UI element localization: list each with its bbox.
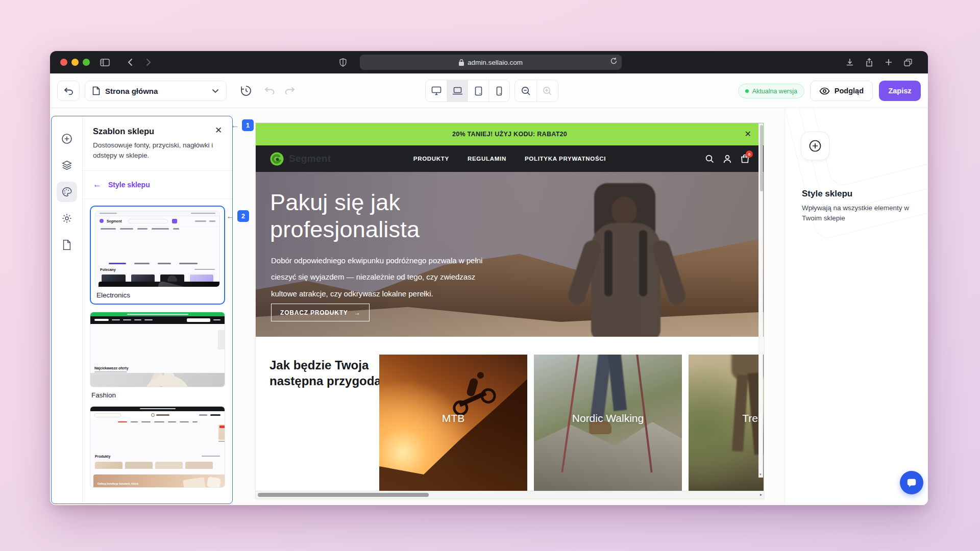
placeholder-line (137, 228, 148, 230)
share-icon[interactable] (864, 57, 875, 68)
tool-rail (52, 116, 83, 504)
preview-button[interactable]: Podgląd (810, 81, 873, 101)
left-settings-panel: Szablon sklepu Dostosowuje fonty, przyci… (51, 116, 233, 504)
store-account-icon[interactable] (723, 155, 731, 163)
reload-icon[interactable] (610, 57, 617, 65)
back-arrow-icon: ← (93, 180, 102, 190)
new-tab-icon[interactable] (883, 57, 894, 68)
save-button[interactable]: Zapisz (879, 81, 921, 101)
store-cart-button[interactable]: 0 (741, 154, 749, 163)
sidebar-toggle-icon[interactable] (99, 57, 110, 68)
placeholder-line (131, 421, 138, 423)
chat-bubble-icon (906, 477, 917, 488)
address-bar[interactable]: admin.sellaio.com (360, 55, 622, 70)
placeholder-line (210, 414, 220, 416)
close-window-button[interactable] (60, 59, 67, 66)
marker-2-badge[interactable]: 2 (237, 210, 249, 222)
placeholder-line (158, 263, 171, 264)
undo-icon[interactable] (263, 85, 276, 97)
store-menu-item-products[interactable]: PRODUKTY (413, 156, 449, 162)
downloads-icon[interactable] (844, 57, 855, 68)
template-card-jewelry[interactable]: Odkryj kolekcję biżuterii, która podkreś… (90, 406, 225, 488)
layers-icon[interactable] (57, 155, 77, 176)
forward-navigation-icon[interactable] (143, 57, 154, 68)
mini-product-card (218, 330, 225, 349)
mini-product-card (218, 424, 225, 442)
adventure-section: Jak będzie Twoja następna przygoda? MTB (256, 337, 764, 499)
add-style-button[interactable] (801, 132, 829, 160)
pages-document-icon[interactable] (57, 235, 77, 255)
section-marker-2: ← 2 (226, 210, 249, 222)
mini-search-button (172, 219, 177, 223)
placeholder-line (134, 319, 141, 321)
styles-palette-icon[interactable] (57, 182, 77, 202)
marker-1-badge[interactable]: 1 (242, 119, 254, 131)
zoom-window-button[interactable] (83, 59, 90, 66)
zoom-in-button[interactable] (536, 80, 558, 102)
preview-horizontal-scrollbar[interactable]: ▸ (256, 491, 764, 498)
mini-hero-banner: Tylko w ten weekend rabat na smartfony. … (99, 282, 220, 287)
page-selector-label: Strona główna (105, 87, 207, 95)
mini-product-card (155, 462, 183, 469)
styles-back-link[interactable]: ← Style sklepu (83, 171, 232, 199)
template-list: Segment (83, 199, 232, 504)
adventure-card-nordic-walking[interactable]: Nordic Walking (534, 355, 682, 491)
placeholder-line (209, 220, 215, 222)
scrollbar-thumb[interactable] (258, 493, 429, 497)
adventure-card-trekking[interactable]: Trekking (689, 355, 764, 491)
placeholder-line (199, 414, 207, 416)
template-thumbnail-jewelry: Odkryj kolekcję biżuterii, która podkreś… (90, 406, 225, 488)
placeholder-line (144, 319, 153, 321)
hero-cta-button[interactable]: ZOBACZ PRODUKTY → (271, 304, 370, 321)
version-history-icon[interactable] (240, 85, 252, 97)
close-panel-icon[interactable]: ✕ (213, 124, 224, 136)
plus-circle-icon (808, 139, 822, 153)
editor-content-area: Szablon sklepu Dostosowuje fonty, przyci… (50, 108, 928, 505)
eye-icon (819, 87, 830, 95)
template-label: Fashion (90, 391, 225, 399)
back-navigation-icon[interactable] (125, 57, 136, 68)
store-menu-item-terms[interactable]: REGULAMIN (468, 156, 506, 162)
chat-widget-button[interactable] (900, 471, 923, 494)
mini-jewelry-case (206, 476, 221, 487)
mini-phone-image (156, 282, 194, 287)
device-laptop-button[interactable] (447, 80, 468, 102)
scrollbar-down-arrow[interactable]: ▾ (760, 472, 762, 477)
placeholder-line (191, 213, 215, 214)
mini-search-input (187, 318, 210, 322)
placeholder-line (109, 263, 126, 264)
device-desktop-button[interactable] (426, 80, 447, 102)
placeholder-line (195, 220, 206, 222)
add-section-icon[interactable] (57, 129, 77, 149)
right-panel-title: Style sklepu (802, 189, 852, 199)
store-logo[interactable]: Segment (270, 152, 331, 166)
placeholder-line (140, 408, 176, 409)
store-search-icon[interactable] (705, 155, 714, 163)
device-mobile-button[interactable] (488, 80, 509, 102)
minimize-window-button[interactable] (71, 59, 79, 66)
exit-editor-button[interactable] (57, 81, 80, 101)
placeholder-line (154, 421, 164, 423)
mini-hero-text: Odkryj kolekcję biżuterii, która podkreś… (97, 482, 144, 488)
redo-icon[interactable] (284, 85, 296, 97)
preview-vertical-scrollbar[interactable]: ▾ (758, 123, 763, 478)
device-tablet-button[interactable] (468, 80, 488, 102)
page-selector-dropdown[interactable]: Strona główna (85, 81, 227, 101)
right-panel-description: Wpływają na wszystkie elementy w Twoim s… (802, 203, 923, 224)
template-card-fashion[interactable]: WIOSNA24 Najciekawsze oferty (90, 312, 225, 399)
placeholder-line (194, 269, 215, 270)
store-menu-item-privacy[interactable]: POLITYKA PRYWATNOŚCI (525, 156, 606, 162)
back-link-label: Style sklepu (108, 181, 150, 189)
scrollbar-right-arrow[interactable]: ▸ (760, 492, 762, 497)
zoom-out-button[interactable] (515, 80, 536, 102)
placeholder-line (141, 421, 151, 423)
panel-description: Dostosowuje fonty, przyciski, nagłówki i… (93, 140, 222, 161)
adventure-card-mtb[interactable]: MTB (379, 355, 527, 491)
template-card-electronics[interactable]: Segment (90, 206, 225, 305)
tab-overview-icon[interactable] (902, 57, 914, 68)
promo-close-icon[interactable]: ✕ (745, 129, 751, 139)
template-thumbnail-electronics: Segment (95, 211, 220, 287)
privacy-shield-icon[interactable] (337, 57, 349, 68)
settings-gear-icon[interactable] (57, 208, 77, 229)
scrollbar-thumb[interactable] (760, 125, 763, 191)
